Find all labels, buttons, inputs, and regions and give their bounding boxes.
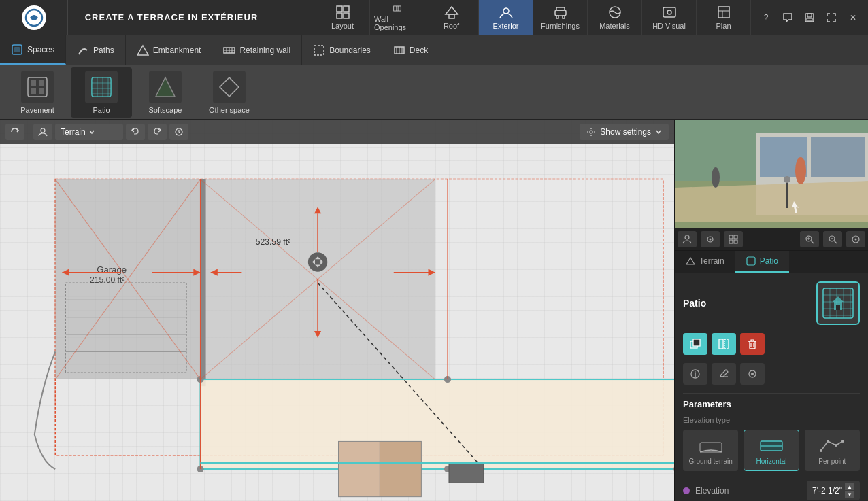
terrain-dropdown[interactable]: Terrain	[55, 124, 123, 140]
redo-btn[interactable]	[148, 124, 167, 140]
toolbar-wall-openings[interactable]: Wall Openings	[370, 0, 424, 35]
toolbar-plan[interactable]: Plan	[697, 0, 751, 35]
pavement-icon-box	[21, 71, 54, 103]
right-panel-content: Patio	[675, 273, 868, 501]
tab-paths[interactable]: Paths	[66, 35, 126, 65]
svg-point-52	[41, 128, 45, 133]
svg-rect-9	[449, 14, 454, 18]
svg-rect-38	[31, 80, 36, 86]
zoom-in-icon[interactable]	[800, 231, 819, 247]
toolbar-roof[interactable]: Roof	[424, 0, 479, 35]
3d-preview-background	[675, 120, 868, 228]
toolbar-layout[interactable]: Layout	[316, 0, 370, 35]
space-pavement[interactable]: Pavement	[7, 67, 68, 118]
svg-rect-69	[200, 179, 205, 387]
svg-rect-102	[811, 137, 865, 177]
svg-point-154	[820, 449, 822, 452]
elevation-type-label: Elevation type	[683, 416, 860, 424]
svg-rect-13	[563, 16, 565, 18]
tab-terrain[interactable]: Terrain	[675, 251, 735, 273]
logo-area	[0, 0, 68, 35]
svg-text:215.00 ft²: 215.00 ft²	[90, 275, 124, 285]
toolbar-hd-visual[interactable]: HD Visual	[642, 0, 697, 35]
other-space-icon-box	[213, 71, 246, 103]
refresh-btn[interactable]	[169, 124, 188, 140]
parameters-title: Parameters	[683, 399, 860, 409]
delete-btn[interactable]	[740, 333, 765, 355]
svg-point-89	[308, 252, 327, 271]
tab-deck[interactable]: Deck	[382, 35, 439, 65]
preview-3d	[675, 120, 868, 228]
top-toolbar: CREATE A TERRACE IN EXTÉRIEUR Layout Wal…	[0, 0, 868, 35]
style-btn[interactable]	[740, 363, 765, 385]
svg-marker-8	[446, 7, 458, 14]
canvas-drawing[interactable]: Garage 215.00 ft²	[0, 120, 674, 501]
patio-section-title: Patio	[683, 298, 706, 309]
right-panel-controls	[675, 228, 868, 251]
canvas-toolbar: Terrain Show settings	[0, 120, 674, 144]
svg-rect-16	[663, 7, 675, 17]
close-button[interactable]: ✕	[844, 8, 863, 27]
canvas-reset-btn[interactable]	[5, 124, 24, 140]
duplicate-shape-btn[interactable]	[683, 333, 707, 355]
elevation-value-box[interactable]: 7'-2 1/2" ▲ ▼	[807, 481, 860, 500]
flip-shape-btn[interactable]	[712, 333, 736, 355]
space-other[interactable]: Other space	[199, 67, 260, 118]
elevation-stepper[interactable]: ▲ ▼	[845, 483, 854, 498]
elev-ground-terrain[interactable]: Ground terrain	[683, 430, 738, 471]
elevation-value: 7'-2 1/2"	[812, 486, 842, 496]
toolbar-furnishings[interactable]: Furnishings	[533, 0, 588, 35]
chat-button[interactable]	[778, 8, 797, 27]
preview-3d-svg	[675, 120, 868, 228]
svg-marker-51	[220, 77, 239, 97]
patio-icon-box	[85, 71, 118, 103]
tab-retaining-wall[interactable]: Retaining wall	[212, 35, 302, 65]
svg-point-17	[667, 10, 671, 14]
elev-horizontal[interactable]: Horizontal	[744, 430, 799, 471]
canvas-user-icon[interactable]	[33, 124, 52, 140]
save-button[interactable]	[800, 8, 819, 27]
help-button[interactable]: ?	[756, 8, 775, 27]
svg-rect-97	[200, 462, 674, 464]
elevation-down[interactable]: ▼	[845, 491, 854, 498]
svg-marker-26	[137, 46, 148, 55]
space-patio[interactable]: Patio	[71, 67, 132, 118]
edit-btn[interactable]	[712, 363, 736, 385]
panel-layout-icon[interactable]	[724, 231, 743, 247]
tab-spaces[interactable]: Spaces	[0, 35, 66, 65]
panel-view-icon[interactable]	[701, 231, 720, 247]
elevation-up[interactable]: ▲	[845, 483, 854, 490]
expand-button[interactable]	[822, 8, 841, 27]
svg-point-124	[855, 239, 857, 241]
svg-point-105	[712, 167, 720, 188]
undo-btn[interactable]	[126, 124, 145, 140]
toolbar-materials[interactable]: Materials	[588, 0, 642, 35]
tab-embankment[interactable]: Embankment	[126, 35, 213, 65]
svg-text:523.59 ft²: 523.59 ft²	[256, 237, 290, 247]
tab-patio[interactable]: Patio	[735, 251, 789, 273]
elev-per-point[interactable]: Per point	[805, 430, 860, 471]
softscape-icon-box	[149, 71, 182, 103]
svg-rect-32	[314, 46, 324, 55]
zoom-out-icon[interactable]	[823, 231, 842, 247]
svg-rect-41	[39, 88, 44, 94]
svg-rect-141	[719, 339, 723, 349]
svg-rect-115	[734, 240, 737, 243]
svg-marker-50	[156, 77, 175, 97]
canvas-area[interactable]: Terrain Show settings	[0, 120, 674, 501]
svg-rect-138	[836, 305, 840, 310]
info-btn[interactable]	[683, 363, 707, 385]
svg-point-111	[710, 239, 712, 241]
reset-view-icon[interactable]	[846, 231, 865, 247]
toolbar-exterior[interactable]: Exterior	[479, 0, 533, 35]
svg-rect-40	[31, 88, 36, 94]
svg-rect-18	[718, 7, 729, 18]
tab-boundaries[interactable]: Boundaries	[302, 35, 382, 65]
svg-rect-95	[380, 441, 421, 496]
svg-rect-142	[724, 339, 729, 349]
panel-person-icon[interactable]	[678, 231, 697, 247]
show-settings-button[interactable]: Show settings	[580, 124, 669, 140]
svg-rect-4	[344, 13, 349, 18]
toolbar-right-actions: ? ✕	[751, 8, 868, 27]
space-softscape[interactable]: Softscape	[135, 67, 196, 118]
